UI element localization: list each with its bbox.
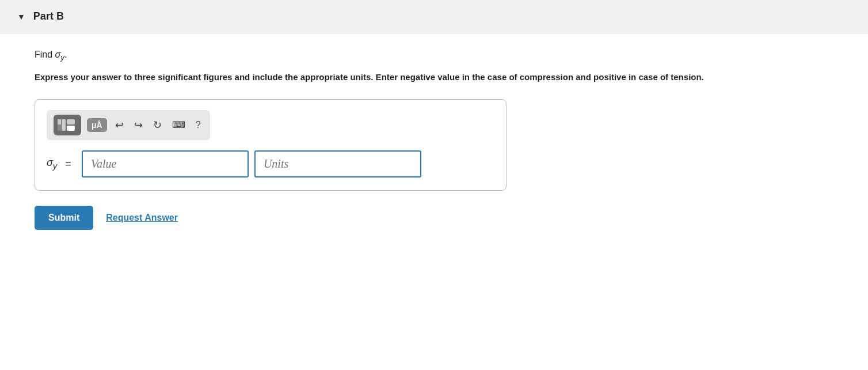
svg-rect-3 bbox=[67, 119, 75, 124]
mu-button[interactable]: μÅ bbox=[87, 118, 107, 132]
collapse-chevron[interactable]: ▼ bbox=[17, 12, 25, 21]
units-input[interactable] bbox=[254, 150, 421, 178]
redo-button[interactable]: ↪ bbox=[132, 118, 145, 133]
part-title: Part B bbox=[33, 10, 64, 22]
find-label: Find σy. bbox=[35, 50, 833, 62]
instructions-text: Express your answer to three significant… bbox=[35, 71, 812, 84]
answer-box: μÅ ↩ ↪ ↻ ⌨ ? σy = bbox=[35, 99, 507, 191]
value-input[interactable] bbox=[82, 150, 249, 178]
input-row: σy = bbox=[47, 150, 494, 178]
content-area: Find σy. Express your answer to three si… bbox=[0, 33, 868, 253]
keyboard-button[interactable]: ⌨ bbox=[170, 118, 188, 131]
request-answer-button[interactable]: Request Answer bbox=[106, 213, 178, 223]
equals-sign: = bbox=[65, 158, 71, 170]
help-button[interactable]: ? bbox=[193, 119, 203, 131]
toolbar: μÅ ↩ ↪ ↻ ⌨ ? bbox=[47, 110, 210, 140]
submit-button[interactable]: Submit bbox=[35, 206, 93, 230]
blocks-icon bbox=[57, 117, 78, 133]
refresh-button[interactable]: ↻ bbox=[151, 118, 164, 133]
svg-rect-1 bbox=[58, 119, 61, 124]
svg-rect-4 bbox=[67, 126, 75, 131]
undo-button[interactable]: ↩ bbox=[113, 118, 126, 133]
svg-rect-2 bbox=[62, 119, 66, 131]
part-header: ▼ Part B bbox=[0, 0, 868, 33]
format-btn-group[interactable] bbox=[54, 115, 81, 135]
sigma-label: σy bbox=[47, 157, 57, 171]
button-row: Submit Request Answer bbox=[35, 206, 833, 230]
